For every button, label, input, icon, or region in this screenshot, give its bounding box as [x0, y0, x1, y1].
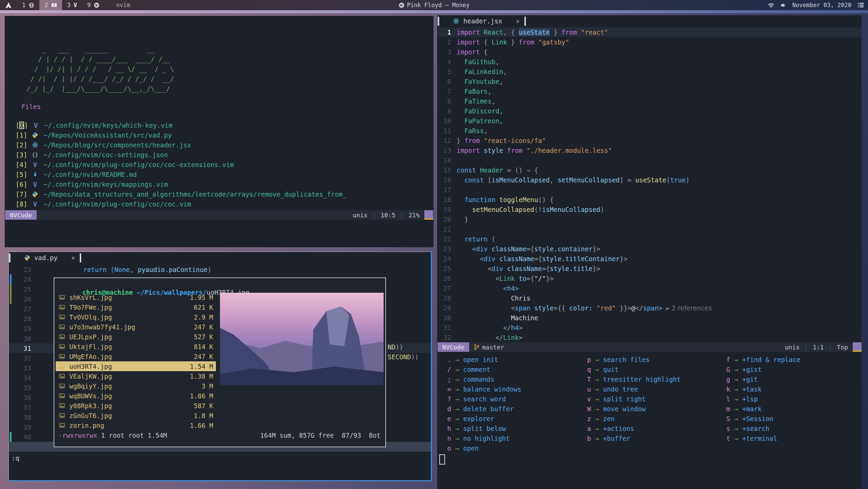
editor-line[interactable]: 5 FaLinkedin, — [438, 67, 862, 76]
which-key-item[interactable]: ? → search word — [444, 394, 521, 404]
startify-entry[interactable]: [3] {} ~/.config/nvim/coc-settings.json — [16, 150, 347, 160]
editor-line[interactable]: 3 import { — [438, 47, 862, 57]
tab-header[interactable]: header.jsx × — [453, 17, 520, 25]
which-key-item[interactable]: f → +find & replace — [723, 355, 800, 364]
popup-file-row[interactable]: uoH3RT4.jpg 1.54 M — [56, 361, 216, 371]
editor-line[interactable]: 9 FaDiscord, — [438, 106, 862, 116]
editor-line[interactable]: 19 setMenuCollapsed(!isMenuCollapsed) — [438, 204, 862, 214]
popup-file-row[interactable]: TvOVDlq.jpg 2.9 M — [56, 312, 216, 322]
which-key-item[interactable]: u → undo tree — [584, 384, 681, 394]
which-key-item[interactable]: a → +actions — [584, 423, 681, 433]
which-key-item[interactable]: l → +lsp — [723, 394, 800, 404]
editor-lines-header: 1 import React, { useState } from "react… — [438, 27, 862, 342]
editor-line[interactable]: 21 — [438, 224, 862, 234]
editor-line[interactable]: 10 FaPatreon, — [438, 116, 862, 126]
editor-line[interactable]: 17 — [438, 185, 862, 195]
editor-line[interactable]: 23 <div className={style.container}> — [438, 244, 862, 254]
close-icon[interactable]: × — [71, 254, 75, 261]
popup-file-row[interactable]: wgBqiyY.jpg 3 M — [56, 381, 216, 391]
now-playing[interactable]: Pink Floyd – Money — [399, 2, 469, 8]
popup-file-row[interactable]: u7o3nwab7fy41.jpg 247 K — [56, 322, 216, 332]
editor-line[interactable]: 24 <div className={style.titleContainer}… — [438, 254, 862, 264]
editor-line[interactable]: 28 Chris — [438, 293, 862, 303]
which-key-item[interactable]: S → +Session — [723, 414, 800, 423]
which-key-item[interactable]: n → no highlight — [444, 433, 521, 443]
workspace-button[interactable]: 3 V — [62, 0, 82, 10]
editor-line[interactable]: 18 function toggleMenu() { — [438, 195, 862, 204]
editor-line[interactable]: 14 — [438, 155, 862, 165]
editor-line[interactable]: 32 </Link> — [438, 332, 862, 342]
workspace-button[interactable]: 2 — [39, 0, 62, 10]
which-key-item[interactable]: q → quit — [584, 364, 681, 374]
which-key-item[interactable]: d → delete buffer — [444, 404, 521, 414]
popup-file-row[interactable]: UktajFl.jpg 814 K — [56, 342, 216, 351]
which-key-item[interactable]: t → +terminal — [723, 433, 800, 443]
editor-line[interactable]: 7 FaBars, — [438, 86, 862, 96]
editor-line[interactable]: 20 } — [438, 214, 862, 224]
editor-line[interactable]: 2 import { Link } from "gatsby" — [438, 37, 862, 47]
which-key-item[interactable]: / → comment — [444, 364, 521, 374]
editor-line[interactable]: 1 import React, { useState } from "react… — [438, 27, 862, 37]
volume-icon[interactable] — [780, 3, 786, 8]
which-key-item[interactable]: e → explorer — [444, 414, 521, 423]
editor-line[interactable]: 22 return ( — [438, 234, 862, 244]
editor-line[interactable]: 4 FaGithub, — [438, 57, 862, 67]
which-key-item[interactable]: G → +gist — [723, 364, 800, 374]
startify-entry[interactable]: [5] ~/.config/nvim/README.md — [16, 169, 347, 179]
editor-line[interactable]: 12 } from "react-icons/fa" — [438, 135, 862, 145]
which-key-item[interactable]: g → +git — [723, 374, 800, 384]
arrow-icon: → — [591, 425, 603, 432]
popup-file-row[interactable]: zGnGuT6.jpg 1.8 M — [56, 411, 216, 420]
editor-line[interactable]: 15 const Header = () ⇒ { — [438, 165, 862, 175]
which-key-item[interactable]: o → open — [444, 443, 521, 453]
command-line[interactable]: :q — [12, 454, 19, 462]
which-key-item[interactable]: v → split right — [584, 394, 681, 404]
which-key-item[interactable]: W → move window — [584, 404, 681, 414]
startify-entry[interactable]: [6] V ~/.config/nvim/keys/mappings.vim — [16, 179, 347, 189]
which-key-item[interactable]: s → +search — [723, 423, 800, 433]
popup-file-row[interactable]: wqBUWVx.jpg 1.86 M — [56, 391, 216, 401]
editor-line[interactable]: 23 return (None, pyaudio.paContinue) — [9, 265, 431, 274]
menu-icon[interactable] — [857, 2, 864, 8]
popup-file-row[interactable]: T9o7FWe.jpg 621 K — [56, 302, 216, 312]
which-key-item[interactable]: . → open init — [444, 355, 521, 364]
editor-line[interactable]: 27 <h4> — [438, 283, 862, 293]
startify-entry[interactable]: [8] V ~/.config/nvim/plug-config/coc/coc… — [16, 199, 347, 209]
popup-file-row[interactable]: VEaljKW.jpg 1.38 M — [56, 371, 216, 381]
editor-line[interactable]: 26 <Link to={"/"}> — [438, 273, 862, 283]
popup-file-row[interactable]: zorin.png 1.66 M — [56, 420, 216, 430]
editor-line[interactable]: 25 <div className={style.title}> — [438, 264, 862, 273]
editor-line[interactable]: 16 const [isMenuCollapsed, setMenuCollap… — [438, 175, 862, 185]
which-key-item[interactable]: p → search files — [584, 355, 681, 364]
editor-line[interactable]: 6 FaYoutube, — [438, 76, 862, 86]
editor-line[interactable]: 30 Machine — [438, 313, 862, 323]
workspace-button[interactable]: 1 — [17, 0, 39, 10]
arch-logo[interactable] — [0, 1, 17, 9]
which-key-item[interactable]: b → +buffer — [584, 433, 681, 443]
popup-file-row[interactable]: y08Rpk3.jpg 587 K — [56, 401, 216, 411]
which-key-item[interactable]: h → split below — [444, 423, 521, 433]
which-key-item[interactable]: z → zen — [584, 414, 681, 423]
which-key-item[interactable]: m → +mark — [723, 404, 800, 414]
close-icon[interactable]: × — [516, 17, 519, 25]
popup-file-row[interactable]: shKsVrL.jpg 1.95 M — [56, 292, 216, 302]
editor-line[interactable]: 11 FaRss, — [438, 126, 862, 135]
editor-line[interactable]: 13 import style from "./header.module.le… — [438, 145, 862, 155]
wifi-icon[interactable] — [768, 3, 774, 8]
tab-vad[interactable]: vad.py × — [24, 254, 75, 261]
startify-entry[interactable]: [0] V ~/.config/nvim/keys/which-key.vim — [16, 120, 347, 130]
which-key-item[interactable]: = → balance windows — [444, 384, 521, 394]
editor-line[interactable]: 29 <span style={{ color: "red" }}>@</spa… — [438, 303, 862, 313]
startify-entry[interactable]: [4] V ~/.config/nvim/plug-config/coc/coc… — [16, 160, 347, 169]
which-key-item[interactable]: k → +task — [723, 384, 800, 394]
startify-entry[interactable]: [2] ~/Repos/blog/src/components/header.j… — [16, 140, 347, 150]
popup-file-row[interactable]: UEJLpxP.jpg 527 K — [56, 332, 216, 342]
which-key-item[interactable]: ; → commands — [444, 374, 521, 384]
startify-entry[interactable]: [1] ~/Repos/VoiceAssistant/src/vad.py — [16, 130, 347, 140]
editor-line[interactable]: 8 FaTimes, — [438, 96, 862, 106]
which-key-item[interactable]: T → treesitter highlight — [584, 374, 681, 384]
workspace-button[interactable]: 9 — [82, 0, 105, 10]
startify-entry[interactable]: [7] ~/Repos/data_structures_and_algorith… — [16, 189, 347, 199]
popup-file-row[interactable]: UMgEfAo.jpg 247 K — [56, 351, 216, 361]
editor-line[interactable]: 31 </h4> — [438, 323, 862, 332]
